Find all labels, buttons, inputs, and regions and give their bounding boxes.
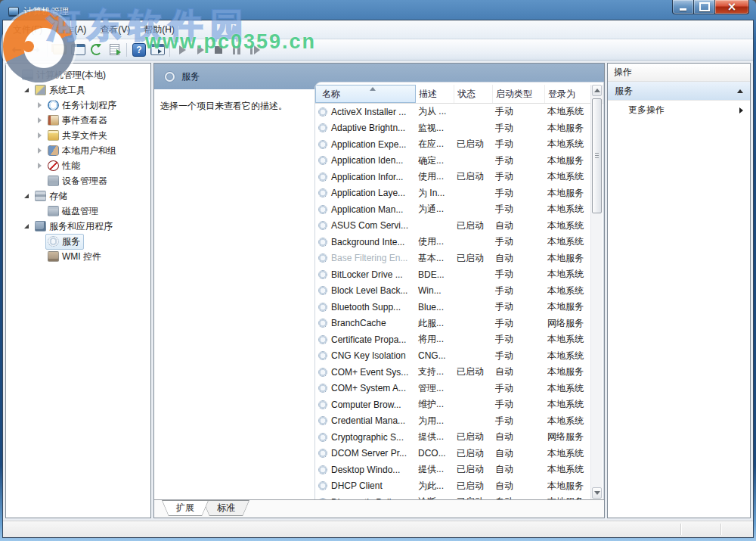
service-row[interactable]: Cryptographic S... 提供... 已启动 自动 网络服务 [315,429,590,446]
description-hint: 选择一个项目来查看它的描述。 [160,101,287,111]
tree-item[interactable]: 磁盘管理 [6,204,150,219]
toolbar-separator [167,42,172,58]
service-row[interactable]: Certificate Propa... 将用... 手动 本地系统 [315,331,590,348]
scrollbar-thumb[interactable] [592,98,602,213]
service-row[interactable]: BranchCache 此服... 手动 网络服务 [315,316,590,332]
service-row[interactable]: Desktop Windo... 提供... 已启动 自动 本地系统 [315,462,590,478]
more-actions-item[interactable]: 更多操作 [608,101,750,120]
service-row[interactable]: Diagnostic Poli... 诊断... 已启动 自动 本地服务 [315,494,590,499]
service-gear-icon [318,286,327,295]
statusbar-divider [720,524,721,535]
service-status: 已启动 [454,365,493,378]
show-action-pane-icon[interactable] [149,42,166,58]
tree-item[interactable]: 事件查看器 [6,113,150,128]
actions-section-services[interactable]: 服务 [608,82,750,101]
menu-item[interactable]: 帮助(H) [137,20,181,39]
menu-item[interactable]: 文件(F) [6,20,49,39]
service-status: 已启动 [454,463,493,476]
tree-item[interactable]: 性能 [6,158,150,173]
help-icon[interactable] [131,42,147,58]
service-row[interactable]: Application Infor... 使用... 已启动 手动 本地系统 [315,169,590,185]
service-row[interactable]: Computer Brow... 维护... 手动 本地系统 [315,396,590,413]
expand-arrow-icon[interactable] [36,146,45,155]
stop-service-icon[interactable] [210,42,227,58]
service-logon-as: 本地服务 [545,252,590,265]
expand-arrow-icon[interactable] [36,101,45,110]
pause-service-icon[interactable] [228,42,245,58]
expand-arrow-icon[interactable] [36,131,45,140]
expand-arrow-icon[interactable] [23,191,32,201]
tree-item[interactable]: 计算机管理(本地) [6,67,150,82]
service-row[interactable]: Application Expe... 在应... 已启动 手动 本地系统 [315,136,590,153]
tree-item[interactable]: 系统工具 [6,82,150,98]
expand-arrow-icon[interactable] [23,222,32,231]
close-button[interactable] [715,0,749,14]
vertical-scrollbar[interactable] [590,85,603,499]
service-row[interactable]: Application Iden... 确定... 手动 本地服务 [315,153,590,169]
service-row[interactable]: Application Man... 为通... 手动 本地系统 [315,201,590,218]
expand-arrow-icon[interactable] [23,86,32,95]
restart-service-icon[interactable] [246,42,263,58]
tree-item[interactable]: 服务 [6,234,150,249]
service-gear-icon [318,498,327,499]
local-users-icon [48,145,59,156]
service-row[interactable]: Bluetooth Supp... Blue... 手动 本地服务 [315,299,590,316]
service-row[interactable]: BitLocker Drive ... BDE... 手动 本地系统 [315,266,590,283]
folder-icon[interactable] [51,42,68,58]
back-icon[interactable] [8,42,25,58]
menu-item[interactable]: 查看(V) [93,20,137,39]
tree-item[interactable]: 存储 [6,188,150,204]
export-list-icon[interactable] [106,42,122,58]
service-row[interactable]: COM+ Event Sys... 支持... 已启动 自动 本地服务 [315,364,590,381]
service-row[interactable]: Adaptive Brightn... 监视... 手动 本地服务 [315,120,590,137]
service-row[interactable]: ActiveX Installer ... 为从 ... 手动 本地系统 [315,104,590,120]
service-row[interactable]: COM+ System A... 管理... 手动 本地系统 [315,381,590,397]
service-row[interactable]: Base Filtering En... 基本... 已启动 自动 本地服务 [315,250,590,267]
service-gear-icon [318,465,327,474]
scrollbar-up-icon[interactable] [592,85,602,96]
service-gear-icon [318,173,327,182]
service-row[interactable]: Background Inte... 使用... 手动 本地系统 [315,234,590,250]
service-row[interactable]: Block Level Back... Win... 手动 本地系统 [315,283,590,300]
service-row[interactable]: Application Laye... 为 In... 手动 本地服务 [315,185,590,202]
forward-icon[interactable] [26,42,43,58]
service-row[interactable]: DCOM Server Pr... DCO... 已启动 自动 本地系统 [315,446,590,462]
service-startup-type: 手动 [493,105,545,118]
service-status: 已启动 [454,480,493,493]
service-startup-type: 自动 [493,496,545,499]
service-gear-icon [318,107,327,117]
service-logon-as: 本地服务 [545,154,590,167]
view-tab-bar: 扩展 标准 [154,499,604,518]
service-row[interactable]: Credential Mana... 为用... 手动 本地系统 [315,413,590,430]
service-description: 提供... [416,431,454,443]
title-bar[interactable]: 计算机管理 [2,0,754,20]
expand-arrow-icon[interactable] [36,116,45,125]
column-header[interactable]: 名称 [315,85,416,103]
tree-item[interactable]: 本地用户和组 [6,143,150,158]
tree-item[interactable]: 服务和应用程序 [6,219,150,234]
service-row[interactable]: DHCP Client 为此... 已启动 自动 本地服务 [315,478,590,495]
refresh-icon[interactable] [88,42,104,58]
maximize-button[interactable] [694,0,715,14]
view-tab[interactable]: 扩展 [162,500,209,516]
minimize-button[interactable] [672,0,694,14]
tree-item-label: 存储 [49,190,67,203]
tree-item[interactable]: 设备管理器 [6,173,150,188]
service-startup-type: 自动 [493,480,545,493]
expand-arrow-icon[interactable] [36,161,45,170]
service-row[interactable]: CNG Key Isolation CNG... 手动 本地系统 [315,348,590,365]
resume-service-icon[interactable] [192,42,209,58]
tree-item[interactable]: WMI 控件 [6,249,150,264]
scrollbar-down-icon[interactable] [592,487,602,499]
column-header[interactable]: 状态 [454,85,493,103]
console-window-icon[interactable] [70,42,86,58]
tree-item[interactable]: 任务计划程序 [6,98,150,113]
collapse-section-icon[interactable] [737,89,743,93]
column-header[interactable]: 描述 [416,85,454,103]
column-header[interactable]: 启动类型 [493,85,545,103]
service-row[interactable]: ASUS Com Servi... 已启动 自动 本地系统 [315,218,590,235]
tree-item[interactable]: 共享文件夹 [6,128,150,143]
view-tab[interactable]: 标准 [203,500,249,516]
menu-item[interactable]: 操作(A) [49,20,93,39]
start-service-icon[interactable] [174,42,191,58]
